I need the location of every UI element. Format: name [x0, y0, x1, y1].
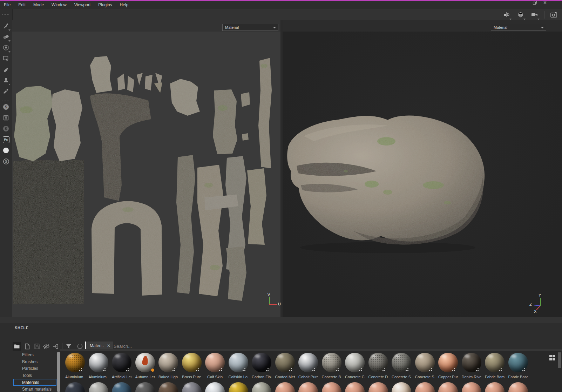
- material-item[interactable]: Concrete S...: [415, 353, 435, 381]
- menu-item[interactable]: Mode: [29, 2, 48, 7]
- material-sphere[interactable]: [205, 353, 225, 372]
- shelf-undock-button[interactable]: [533, 0, 537, 6]
- material-item[interactable]: [112, 382, 131, 392]
- filter-tab-material[interactable]: Materi.. ✕: [86, 342, 113, 350]
- material-item[interactable]: Concrete Si...: [392, 353, 411, 381]
- material-item[interactable]: [89, 382, 108, 392]
- shelf-close-button[interactable]: ✕: [543, 0, 547, 5]
- material-item[interactable]: Denim Rivet: [462, 353, 481, 381]
- material-picker-tool-button[interactable]: [2, 87, 10, 95]
- resources-updater-icon[interactable]: [2, 114, 10, 122]
- material-sphere[interactable]: [158, 353, 178, 372]
- material-item[interactable]: Carbon Fiber: [252, 353, 271, 381]
- material-sphere[interactable]: [392, 382, 411, 392]
- substance-automation-icon[interactable]: S: [2, 157, 10, 165]
- chevron-down-icon[interactable]: [523, 19, 526, 20]
- material-item[interactable]: [135, 382, 155, 392]
- viewport-2d-canvas[interactable]: [12, 32, 280, 317]
- polygon-fill-tool-button[interactable]: [2, 54, 10, 63]
- material-item[interactable]: [485, 382, 505, 392]
- material-item[interactable]: Copper Pure: [438, 353, 458, 381]
- material-item[interactable]: Autumn Leaf: [135, 353, 155, 381]
- material-sphere[interactable]: [322, 353, 341, 372]
- material-sphere[interactable]: [65, 353, 85, 372]
- material-sphere[interactable]: [462, 353, 481, 372]
- snapshot-button[interactable]: [549, 10, 558, 19]
- shelf-category-item[interactable]: Particles: [12, 365, 57, 372]
- substance-share-icon[interactable]: S: [2, 124, 10, 133]
- material-sphere[interactable]: [322, 382, 341, 392]
- material-item[interactable]: [415, 382, 435, 392]
- material-sphere[interactable]: [345, 382, 365, 392]
- menu-item[interactable]: Edit: [14, 2, 29, 7]
- material-item[interactable]: Brass Pure: [182, 353, 202, 381]
- material-item[interactable]: Calf Skin: [205, 353, 225, 381]
- viewport-divider[interactable]: [280, 20, 283, 317]
- photoshop-export-icon[interactable]: Ps: [2, 135, 10, 144]
- material-sphere[interactable]: [65, 382, 85, 392]
- camera-button[interactable]: [530, 10, 539, 19]
- close-icon[interactable]: ✕: [107, 343, 110, 348]
- material-sphere[interactable]: [229, 382, 248, 392]
- material-sphere[interactable]: [485, 382, 505, 392]
- shelf-category-item[interactable]: Smart materials: [12, 386, 57, 392]
- material-sphere[interactable]: [112, 382, 131, 392]
- material-sphere[interactable]: [205, 382, 225, 392]
- material-sphere[interactable]: [298, 382, 318, 392]
- material-item[interactable]: [462, 382, 481, 392]
- menu-item[interactable]: File: [0, 2, 14, 7]
- chevron-down-icon[interactable]: [8, 29, 11, 31]
- material-item[interactable]: Concrete D...: [368, 353, 388, 381]
- toolbar-drag-handle[interactable]: [2, 14, 10, 15]
- viewport-3d-canvas[interactable]: [283, 32, 562, 317]
- material-sphere[interactable]: [438, 382, 458, 392]
- material-item[interactable]: Artificial Lea...: [112, 353, 131, 381]
- material-sphere[interactable]: [135, 353, 155, 372]
- import-resources-button[interactable]: [52, 342, 60, 351]
- material-item[interactable]: Aluminium ...: [89, 353, 108, 381]
- material-item[interactable]: Coated Metal: [275, 353, 295, 381]
- material-item[interactable]: [298, 382, 318, 392]
- material-sphere[interactable]: [252, 353, 271, 372]
- material-sphere[interactable]: [438, 353, 458, 372]
- menu-item[interactable]: Help: [116, 2, 133, 7]
- material-sphere[interactable]: [182, 353, 202, 372]
- material-sphere[interactable]: [112, 353, 131, 372]
- material-item[interactable]: [508, 382, 528, 392]
- material-sphere[interactable]: [508, 382, 528, 392]
- material-sphere[interactable]: [345, 353, 365, 372]
- smudge-tool-button[interactable]: [2, 65, 10, 74]
- material-sphere[interactable]: [415, 353, 435, 372]
- shelf-category-item[interactable]: Brushes: [12, 358, 57, 365]
- material-item[interactable]: [322, 382, 341, 392]
- material-item[interactable]: [368, 382, 388, 392]
- material-item[interactable]: Aluminium ...: [65, 353, 85, 381]
- material-sphere[interactable]: [368, 353, 388, 372]
- menu-item[interactable]: Plugins: [94, 2, 116, 7]
- material-item[interactable]: [345, 382, 365, 392]
- symmetry-button[interactable]: [502, 10, 511, 19]
- grid-view-button[interactable]: [549, 354, 556, 361]
- eraser-tool-button[interactable]: [2, 33, 10, 41]
- material-sphere[interactable]: [462, 382, 481, 392]
- shelf-category-item[interactable]: Tools: [12, 372, 57, 379]
- chevron-down-icon[interactable]: [509, 19, 512, 20]
- material-item[interactable]: [438, 382, 458, 392]
- material-sphere[interactable]: [89, 382, 108, 392]
- chevron-down-icon[interactable]: [8, 51, 11, 53]
- material-item[interactable]: [182, 382, 202, 392]
- paint-tool-button[interactable]: [2, 22, 10, 30]
- hide-resources-button[interactable]: [42, 342, 50, 351]
- material-item[interactable]: [65, 382, 85, 392]
- shelf-category-item[interactable]: Filters: [12, 351, 57, 358]
- material-item[interactable]: Concrete Cl...: [345, 353, 365, 381]
- chevron-down-icon[interactable]: [8, 84, 11, 85]
- menu-item[interactable]: Window: [48, 2, 70, 7]
- save-resources-button[interactable]: [33, 342, 41, 351]
- material-sphere[interactable]: [229, 353, 248, 372]
- material-item[interactable]: Cobalt Pure: [298, 353, 318, 381]
- material-sphere[interactable]: [182, 382, 202, 392]
- material-sphere[interactable]: [158, 382, 178, 392]
- material-sphere[interactable]: [415, 382, 435, 392]
- chevron-down-icon[interactable]: [537, 19, 540, 20]
